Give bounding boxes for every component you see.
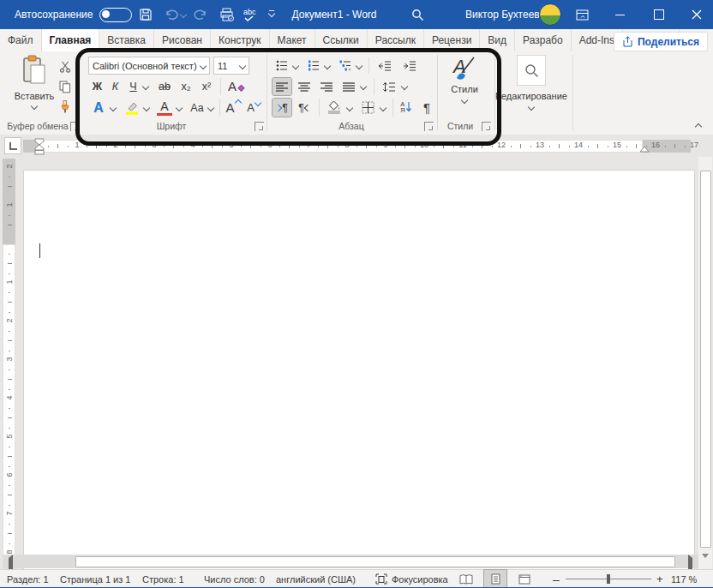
tab-рисован[interactable]: Рисован: [154, 29, 211, 51]
text-effects-dropdown-icon[interactable]: [108, 99, 118, 117]
ribbon-display-options-icon[interactable]: [564, 0, 600, 29]
justify-button[interactable]: [339, 78, 358, 95]
font-size-combo[interactable]: 11: [213, 57, 249, 75]
italic-button[interactable]: К: [107, 78, 123, 95]
strikethrough-button[interactable]: ab: [155, 78, 174, 95]
paste-button[interactable]: Вставить: [10, 55, 58, 109]
web-layout-icon[interactable]: [513, 570, 536, 588]
tab-вид[interactable]: Вид: [480, 29, 515, 51]
change-case-dropdown-icon[interactable]: [206, 99, 216, 117]
increase-indent-icon[interactable]: [399, 57, 420, 74]
redo-icon[interactable]: [194, 0, 207, 29]
sort-button[interactable]: АЯ: [397, 98, 416, 117]
zoom-out-button[interactable]: –: [553, 570, 560, 588]
close-button[interactable]: [679, 0, 713, 29]
status-page[interactable]: Страница 1 из 1: [60, 570, 130, 588]
search-icon[interactable]: [411, 0, 424, 29]
align-right-button[interactable]: [317, 78, 336, 95]
change-case-button[interactable]: Аа: [188, 99, 207, 117]
font-color-dropdown-icon[interactable]: [174, 99, 184, 117]
status-language[interactable]: английский (США): [276, 570, 356, 588]
focus-mode-button[interactable]: Фокусировка: [375, 570, 448, 588]
styles-button[interactable]: A Стили: [443, 56, 486, 103]
save-icon[interactable]: [139, 0, 153, 29]
tab-конструк[interactable]: Конструк: [211, 29, 270, 51]
vertical-ruler[interactable]: 2112345678: [0, 157, 19, 569]
paragraph-dialog-launcher-icon[interactable]: [424, 122, 434, 131]
ltr-direction-button[interactable]: ¶: [273, 99, 291, 117]
share-button[interactable]: Поделиться: [614, 32, 708, 51]
text-highlight-button[interactable]: [123, 99, 141, 117]
bold-button[interactable]: Ж: [89, 78, 105, 95]
align-left-button[interactable]: [273, 78, 291, 95]
undo-dropdown-icon[interactable]: [181, 0, 186, 29]
shrink-font-button[interactable]: А: [244, 98, 263, 117]
editing-button[interactable]: Редактирование: [499, 55, 564, 110]
tab-макет[interactable]: Макет: [270, 29, 315, 51]
font-name-combo[interactable]: Calibri (Основной текст): [88, 57, 210, 75]
decrease-indent-icon[interactable]: [374, 57, 395, 74]
tab-рассылк[interactable]: Рассылк: [368, 29, 424, 51]
subscript-button[interactable]: x₂: [177, 78, 195, 95]
page[interactable]: [23, 170, 695, 569]
bullets-button[interactable]: [273, 57, 291, 74]
copy-icon[interactable]: [57, 78, 74, 95]
avatar[interactable]: [539, 0, 561, 29]
styles-dialog-launcher-icon[interactable]: [482, 122, 491, 131]
line-spacing-icon[interactable]: [379, 78, 399, 95]
zoom-in-button[interactable]: +: [656, 570, 663, 588]
vertical-scrollbar[interactable]: [698, 157, 712, 569]
right-indent-marker[interactable]: [638, 145, 650, 153]
line-spacing-dropdown-icon[interactable]: [399, 78, 410, 95]
print-layout-icon[interactable]: [484, 570, 506, 588]
minimize-button[interactable]: [602, 0, 638, 29]
numbering-button[interactable]: [305, 57, 322, 74]
read-mode-icon[interactable]: [455, 570, 477, 588]
status-section[interactable]: Раздел: 1: [7, 570, 49, 588]
tab-вставка[interactable]: Вставка: [99, 29, 154, 51]
justify-dropdown-icon[interactable]: [358, 78, 368, 95]
tab-ссылки[interactable]: Ссылки: [315, 29, 368, 51]
grow-font-button[interactable]: А: [224, 98, 243, 117]
font-dialog-launcher-icon[interactable]: [255, 122, 264, 131]
multilevel-dropdown-icon[interactable]: [354, 57, 364, 74]
superscript-button[interactable]: x²: [198, 78, 215, 95]
underline-button[interactable]: Ч: [125, 78, 141, 95]
horizontal-scroll-thumb[interactable]: [75, 556, 675, 567]
status-line[interactable]: Строка: 1: [142, 570, 184, 588]
zoom-level[interactable]: 117 %: [671, 570, 697, 588]
maximize-button[interactable]: [641, 0, 677, 29]
collapse-ribbon-icon[interactable]: [691, 122, 706, 132]
print-icon[interactable]: [219, 0, 235, 29]
cut-icon[interactable]: [57, 58, 74, 75]
rtl-direction-button[interactable]: ¶: [295, 99, 314, 117]
multilevel-list-button[interactable]: [337, 57, 354, 74]
horizontal-scrollbar[interactable]: [3, 555, 698, 568]
font-color-button[interactable]: А: [155, 99, 174, 117]
align-center-button[interactable]: [295, 78, 314, 95]
indent-markers[interactable]: [33, 138, 45, 155]
status-word-count[interactable]: Число слов: 0: [204, 570, 265, 588]
undo-icon[interactable]: [165, 0, 178, 29]
shading-button[interactable]: [324, 99, 345, 117]
format-painter-icon[interactable]: [57, 98, 74, 115]
tab-главная[interactable]: Главная: [42, 29, 100, 51]
numbering-dropdown-icon[interactable]: [322, 57, 333, 74]
autosave-toggle[interactable]: [99, 0, 132, 29]
vertical-scroll-thumb[interactable]: [700, 171, 711, 548]
tab-рецензи[interactable]: Рецензи: [424, 29, 480, 51]
zoom-slider[interactable]: [566, 570, 651, 588]
user-name[interactable]: Виктор Бухтеев: [465, 0, 540, 29]
tab-файл[interactable]: Файл: [0, 29, 42, 51]
zoom-slider-thumb[interactable]: [607, 574, 610, 584]
horizontal-ruler[interactable]: 1234567891011121314151617: [0, 135, 713, 157]
show-marks-button[interactable]: ¶: [418, 98, 435, 117]
text-highlight-dropdown-icon[interactable]: [141, 99, 152, 117]
borders-button[interactable]: [357, 99, 378, 117]
tab-разрабо[interactable]: Разрабо: [515, 29, 572, 51]
bullets-dropdown-icon[interactable]: [291, 57, 301, 74]
text-effects-button[interactable]: A: [89, 99, 108, 117]
borders-dropdown-icon[interactable]: [378, 99, 388, 117]
clear-formatting-button[interactable]: A: [225, 76, 248, 96]
shading-dropdown-icon[interactable]: [345, 99, 355, 117]
